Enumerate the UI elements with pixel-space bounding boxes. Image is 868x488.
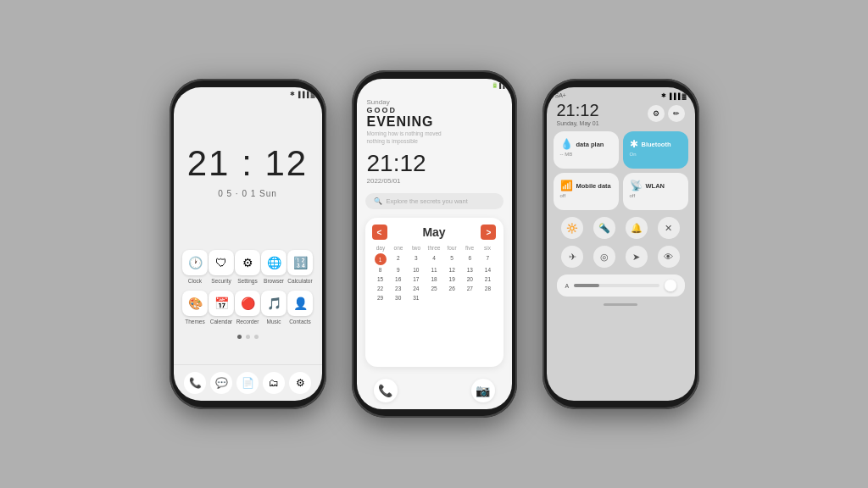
cal-day-10[interactable]: 10 <box>408 265 425 274</box>
app-calculator[interactable]: 🔢 Calculator <box>287 250 313 284</box>
app-clock[interactable]: 🕐 Clock <box>182 250 208 284</box>
cal-day-30[interactable]: 30 <box>390 293 407 302</box>
clock-icon: 🕐 <box>182 250 208 275</box>
cal-prev-button[interactable]: < <box>372 225 387 240</box>
col-five: five <box>461 245 479 251</box>
status-icons-1: ✱ ▐▐▐ ▓ <box>290 91 315 97</box>
cc-tiles-grid: 💧 data plan -- MB ✱ Bluetooth On 📶 Mobil… <box>550 128 692 214</box>
cal-day-20[interactable]: 20 <box>461 274 478 284</box>
home-indicator <box>604 303 637 306</box>
cal-day-25[interactable]: 25 <box>426 284 442 293</box>
col-four: four <box>443 245 461 251</box>
cal-day-29[interactable]: 29 <box>372 293 389 302</box>
cc-tile-mobile-header: 📶 Mobile data <box>560 180 612 191</box>
cc-bell-btn[interactable]: 🔔 <box>626 217 648 239</box>
sa-label: SA+ <box>555 92 566 98</box>
cal-day-12[interactable]: 12 <box>443 265 460 274</box>
cc-flashlight-btn[interactable]: 🔦 <box>593 217 615 239</box>
app-contacts[interactable]: 👤 Contacts <box>287 291 313 324</box>
cal-day-21[interactable]: 21 <box>479 274 496 284</box>
cal-day-26[interactable]: 26 <box>443 284 460 293</box>
search-bar[interactable]: 🔍 Explore the secrets you want <box>365 193 504 209</box>
cal-month-label: May <box>422 225 445 239</box>
app-settings[interactable]: ⚙ Settings <box>235 250 260 284</box>
brightness-slider[interactable] <box>574 284 659 287</box>
brightness-fill <box>574 284 599 287</box>
cc-cast-btn[interactable]: ✕ <box>658 217 680 239</box>
app-security[interactable]: 🛡 Security <box>209 250 234 284</box>
cal-day-31[interactable]: 31 <box>408 293 425 302</box>
cal-next-button[interactable]: > <box>481 225 496 240</box>
dock-chat[interactable]: 💬 <box>210 372 232 394</box>
search-placeholder: Explore the secrets you want <box>387 197 468 205</box>
calendar-header: < May > <box>372 225 497 240</box>
dock-gallery[interactable]: 🗂 <box>263 372 285 394</box>
cc-airplane-btn[interactable]: ✈ <box>561 246 583 268</box>
cal-day-7[interactable]: 7 <box>479 253 496 265</box>
cc-tile-wlan-sub: off <box>630 193 682 198</box>
cal-day-2[interactable]: 2 <box>390 253 407 265</box>
cal-day-28[interactable]: 28 <box>479 284 496 293</box>
app-calendar-label: Calendar <box>210 319 232 324</box>
app-browser[interactable]: 🌐 Browser <box>261 250 287 284</box>
cc-vpn-btn[interactable]: ◎ <box>593 246 615 268</box>
home-date: 2022/05/01 <box>367 177 502 185</box>
cal-day-4[interactable]: 4 <box>426 253 442 265</box>
cal-week-2: 8 9 10 11 12 13 14 <box>372 265 497 274</box>
cc-tile-data-plan[interactable]: 💧 data plan -- MB <box>554 131 619 169</box>
cal-day-19[interactable]: 19 <box>443 274 460 284</box>
greeting-day: Sunday <box>367 98 502 106</box>
app-calendar[interactable]: 📅 Calendar <box>209 291 234 324</box>
cal-day-6[interactable]: 6 <box>461 253 478 265</box>
cal-day-14[interactable]: 14 <box>479 265 496 274</box>
cc-time: 21:12 <box>557 101 599 120</box>
cc-eye-btn[interactable]: 👁 <box>658 246 680 268</box>
cal-day-13[interactable]: 13 <box>461 265 478 274</box>
cal-day-18[interactable]: 18 <box>426 274 442 284</box>
greeting-sub1: Morning how is nothing moved <box>367 130 502 137</box>
greeting-area: Sunday GOOD EVENING Morning how is nothi… <box>357 92 512 148</box>
status2-icons: 🔋▐▐ <box>492 82 505 88</box>
dock-docs[interactable]: 📄 <box>236 372 259 394</box>
cc-brightness-btn[interactable]: 🔆 <box>561 217 583 239</box>
cal-day-9[interactable]: 9 <box>390 265 407 274</box>
cal-day-8[interactable]: 8 <box>372 265 389 274</box>
settings-icon: ⚙ <box>235 250 260 275</box>
recorder-icon: 🔴 <box>235 291 260 316</box>
cal-day-27[interactable]: 27 <box>461 284 478 293</box>
cal-week-4: 22 23 24 25 26 27 28 <box>372 284 497 293</box>
dock-settings[interactable]: ⚙ <box>289 372 311 394</box>
brightness-handle[interactable] <box>665 280 676 291</box>
cc-date: Sunday, May 01 <box>557 120 599 126</box>
app-music[interactable]: 🎵 Music <box>261 291 287 324</box>
cal-day-24[interactable]: 24 <box>408 284 425 293</box>
cal-day-16[interactable]: 16 <box>390 274 407 284</box>
phone-2: 🔋▐▐ Sunday GOOD EVENING Morning how is n… <box>352 70 517 418</box>
calendar-icon: 📅 <box>209 291 234 316</box>
status-bar-1: ✱ ▐▐▐ ▓ <box>174 87 322 101</box>
mobile-data-icon: 📶 <box>560 180 573 191</box>
cal-day-17[interactable]: 17 <box>408 274 425 284</box>
phone-button[interactable]: 📞 <box>374 379 398 402</box>
app-music-label: Music <box>267 319 281 324</box>
app-themes[interactable]: 🎨 Themes <box>182 291 208 324</box>
cal-day-15[interactable]: 15 <box>372 274 389 284</box>
cc-settings-button[interactable]: ⚙ <box>648 105 665 122</box>
cc-edit-button[interactable]: ✏ <box>668 105 685 122</box>
cal-day-5[interactable]: 5 <box>443 253 460 265</box>
cc-location-btn[interactable]: ➤ <box>626 246 648 268</box>
dock-phone[interactable]: 📞 <box>184 372 206 394</box>
calculator-icon: 🔢 <box>287 250 313 275</box>
cal-day-1[interactable]: 1 <box>375 253 387 265</box>
cc-tile-mobile[interactable]: 📶 Mobile data off <box>554 173 619 210</box>
app-recorder[interactable]: 🔴 Recorder <box>235 291 260 324</box>
camera-button[interactable]: 📷 <box>471 379 495 402</box>
cc-tile-bluetooth[interactable]: ✱ Bluetooth On <box>623 131 688 169</box>
cc-tile-wlan[interactable]: 📡 WLAN off <box>623 173 688 210</box>
music-icon: 🎵 <box>261 291 287 316</box>
cal-day-23[interactable]: 23 <box>390 284 407 293</box>
cal-day-11[interactable]: 11 <box>426 265 442 274</box>
app-row-1: 🕐 Clock 🛡 Security ⚙ Settings 🌐 Browser … <box>182 250 314 284</box>
cal-day-22[interactable]: 22 <box>372 284 389 293</box>
cal-day-3[interactable]: 3 <box>408 253 425 265</box>
